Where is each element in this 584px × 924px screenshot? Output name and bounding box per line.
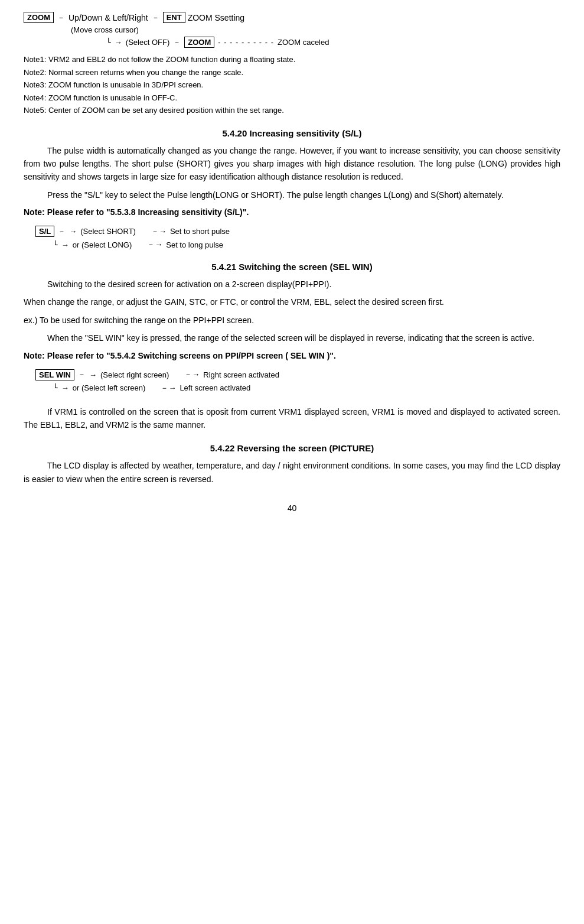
zoom-ssetting: ZOOM Ssetting xyxy=(188,13,244,22)
updown-leftright: Up/Down & Left/Right xyxy=(68,13,148,22)
sl-arrow1: － xyxy=(58,226,66,237)
section-521-para1: Switching to the desired screen for acti… xyxy=(24,278,560,291)
sub-arrow: └ xyxy=(106,38,111,47)
sl-arrow2: －→ xyxy=(151,226,167,237)
sl-set-long: Set to long pulse xyxy=(166,240,223,249)
sl-space1: → xyxy=(69,227,77,236)
section-520-para1: The pulse width is automatically changed… xyxy=(24,144,560,184)
note3: Note3: ZOOM function is unusable in 3D/P… xyxy=(24,79,560,91)
section-520-note: Note: Please refer to "5.5.3.8 Increasin… xyxy=(24,206,560,219)
note1: Note1: VRM2 and EBL2 do not follow the Z… xyxy=(24,54,560,66)
sl-or-long: or (Select LONG) xyxy=(73,240,132,249)
sl-arrow3: → xyxy=(61,240,69,249)
page-number: 40 xyxy=(24,503,560,513)
zoom-header: ZOOM － Up/Down & Left/Right － ENT ZOOM S… xyxy=(24,12,560,23)
selwin-diagram: SEL WIN － → (Select right screen) －→ Rig… xyxy=(35,369,560,393)
section-521-para2: When change the range, or adjust the GAI… xyxy=(24,295,560,308)
sl-select-short: (Select SHORT) xyxy=(80,227,136,236)
selwin-arrow3: → xyxy=(61,383,69,392)
move-cross-text: (Move cross cursor) xyxy=(71,25,139,34)
zoom-key: ZOOM xyxy=(24,12,54,23)
selwin-row-2: └ → or (Select left screen) －→ Left scre… xyxy=(53,383,560,393)
note2: Note2: Normal screen returns when you ch… xyxy=(24,67,560,79)
sub-zoom-key: ZOOM xyxy=(184,37,214,48)
zoom-caceled: ZOOM caceled xyxy=(278,38,329,47)
arrow1: － xyxy=(57,12,65,23)
selwin-arrow1: － xyxy=(78,369,86,380)
note4: Note4: ZOOM function is unusable in OFF-… xyxy=(24,92,560,104)
section-522-para1: The LCD display is affected by weather, … xyxy=(24,459,560,486)
page-content: ZOOM － Up/Down & Left/Right － ENT ZOOM S… xyxy=(24,12,560,513)
section-521-para5: If VRM1 is controlled on the screen that… xyxy=(24,405,560,432)
section-521-heading: 5.4.21 Switching the screen (SEL WIN) xyxy=(24,262,560,272)
selwin-key: SEL WIN xyxy=(35,369,74,380)
selwin-arrow2: －→ xyxy=(184,369,200,380)
arrow2: － xyxy=(152,12,159,23)
section-521-note: Note: Please refer to "5.5.4.2 Switching… xyxy=(24,350,560,362)
dashes: - - - - - - - - - - xyxy=(218,38,274,47)
section-521-para3: ex.) To be used for switching the range … xyxy=(24,314,560,327)
section-521-para4: When the "SEL WIN" key is pressed, the r… xyxy=(24,331,560,344)
sl-corner: └ xyxy=(53,240,58,249)
note5: Note5: Center of ZOOM can be set any des… xyxy=(24,105,560,116)
sl-key: S/L xyxy=(35,226,54,237)
selwin-left-activated: Left screen activated xyxy=(180,383,250,392)
section-520-para2: Press the "S/L" key to select the Pulse … xyxy=(24,188,560,201)
zoom-select-off-row: └ → (Select OFF) － ZOOM - - - - - - - - … xyxy=(106,37,560,48)
sl-row-2: └ → or (Select LONG) －→ Set to long puls… xyxy=(53,239,560,250)
notes-section: Note1: VRM2 and EBL2 do not follow the Z… xyxy=(24,54,560,116)
selwin-select-right: (Select right screen) xyxy=(100,370,169,379)
select-off-label: (Select OFF) xyxy=(126,38,169,47)
selwin-row-1: SEL WIN － → (Select right screen) －→ Rig… xyxy=(35,369,560,380)
ent-key: ENT xyxy=(163,12,185,23)
move-cross-label: (Move cross cursor) xyxy=(71,25,560,34)
sub-space: → xyxy=(115,38,122,47)
selwin-arrow4: －→ xyxy=(161,383,176,393)
sl-diagram: S/L － → (Select SHORT) －→ Set to short p… xyxy=(35,226,560,250)
sl-set-short: Set to short pulse xyxy=(170,227,230,236)
sl-row-1: S/L － → (Select SHORT) －→ Set to short p… xyxy=(35,226,560,237)
selwin-space1: → xyxy=(89,370,97,379)
selwin-or-left: or (Select left screen) xyxy=(73,383,146,392)
arrow3: － xyxy=(173,37,181,48)
section-522-heading: 5.4.22 Reversing the screen (PICTURE) xyxy=(24,443,560,453)
sl-arrow4: －→ xyxy=(147,239,162,250)
section-520-heading: 5.4.20 Increasing sensitivity (S/L) xyxy=(24,128,560,138)
selwin-corner: └ xyxy=(53,383,58,392)
selwin-right-activated: Right screen activated xyxy=(203,370,279,379)
